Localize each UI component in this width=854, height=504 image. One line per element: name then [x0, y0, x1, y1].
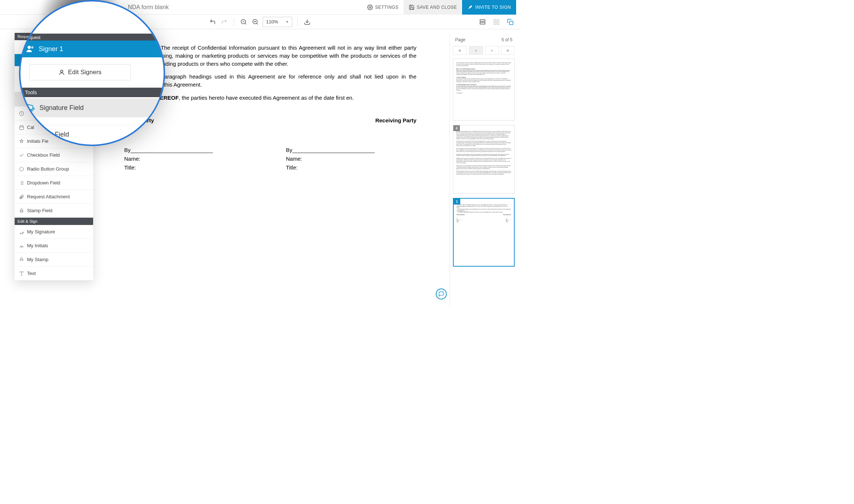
svg-rect-11	[494, 19, 496, 21]
lens-signer-label: Signer 1	[39, 45, 63, 53]
clause-h-text: Paragraph headings used in this Agreemen…	[124, 73, 416, 88]
document-title: NDA form blank	[128, 4, 169, 11]
sidebar-text-label: Text	[27, 271, 36, 276]
svg-rect-12	[497, 19, 499, 21]
feather-icon	[467, 4, 473, 10]
svg-point-32	[31, 46, 34, 49]
undo-icon	[209, 19, 216, 25]
pages-panel-button[interactable]	[506, 18, 515, 26]
signature-field-tool[interactable]: Signature Field	[20, 98, 164, 117]
thumbnail-nav: « ‹ › »	[453, 46, 515, 55]
calendar-icon	[19, 125, 24, 130]
svg-point-33	[61, 70, 63, 72]
page-next-button[interactable]: ›	[485, 46, 499, 55]
stamp-icon	[19, 208, 24, 213]
page-label: Page	[455, 37, 465, 42]
edit-signers-button[interactable]: Edit Signers	[29, 64, 131, 80]
thumb-4-number: 4	[453, 125, 460, 131]
svg-point-31	[27, 46, 31, 49]
chevron-down-icon: ▼	[286, 20, 289, 24]
paperclip-icon	[19, 194, 24, 199]
svg-line-5	[257, 23, 258, 24]
settings-button[interactable]: SETTINGS	[362, 0, 404, 15]
grid-view-button[interactable]	[492, 18, 501, 26]
stamp2-icon	[19, 257, 24, 262]
svg-rect-13	[494, 22, 496, 24]
sidebar-stamp-label: Stamp Field	[27, 208, 52, 213]
page-count: 5 of 5	[502, 37, 512, 42]
sidebar-item-checkbox-field[interactable]: Checkbox Field	[15, 148, 93, 162]
sidebar-cal-label: Cal	[27, 125, 34, 130]
sidebar-checkbox-label: Checkbox Field	[27, 152, 60, 158]
page-thumbnail-5[interactable]: 5 (g) The receipt of Confidential Inform…	[453, 198, 515, 267]
zoom-dropdown[interactable]: 110% ▼	[263, 17, 292, 27]
sidebar-myinitials-label: My Initials	[27, 243, 48, 248]
save-close-button[interactable]: SAVE AND CLOSE	[404, 0, 462, 15]
sidebar-item-text[interactable]: Text	[15, 267, 93, 280]
chat-help-button[interactable]	[436, 289, 447, 299]
user-icon	[58, 69, 65, 76]
download-icon	[304, 19, 310, 25]
thumb-5-number: 5	[454, 199, 460, 205]
page-first-button[interactable]: «	[453, 46, 467, 55]
sidebar-initials-label: Initials Fie	[27, 138, 49, 144]
signature-block-disclosing: By___________________________ Name: Titl…	[124, 146, 213, 172]
sidebar-item-dropdown-field[interactable]: Dropdown Field	[15, 176, 93, 190]
invite-to-sign-button[interactable]: INVITE TO SIGN	[462, 0, 516, 15]
gear-icon	[367, 4, 373, 10]
download-button[interactable]	[303, 18, 312, 26]
svg-point-21	[20, 167, 24, 171]
name-label-1: Name:	[124, 155, 213, 163]
receiving-party-label: Receiving Party	[375, 117, 416, 125]
sidebar-mysig-label: My Signature	[27, 229, 55, 234]
check-icon	[19, 153, 24, 158]
save-label: SAVE AND CLOSE	[417, 5, 457, 10]
save-icon	[409, 4, 415, 10]
page-thumbnail-panel: Page 5 of 5 « ‹ › » Lorem ipsum dolor si…	[450, 33, 518, 307]
radio-icon	[19, 167, 24, 172]
initials2-icon	[19, 243, 24, 248]
sidebar-section-edit: Edit & Sign	[15, 218, 93, 225]
title-label-1: Title:	[124, 164, 213, 172]
zoom-in-button[interactable]	[251, 18, 260, 26]
lens-signer-row[interactable]: Signer 1	[20, 41, 164, 57]
sidebar-item-attachment[interactable]: Request Attachment	[15, 190, 93, 204]
edit-signers-label: Edit Signers	[68, 69, 102, 76]
lens-tools-header: Tools	[20, 88, 164, 97]
chat-icon	[438, 291, 444, 297]
sidebar-item-my-signature[interactable]: My Signature	[15, 225, 93, 239]
sidebar-mystamp-label: My Stamp	[27, 257, 49, 262]
sidebar-item-my-stamp[interactable]: My Stamp	[15, 253, 93, 267]
users-icon	[26, 44, 35, 54]
sidebar-item-my-initials[interactable]: My Initials	[15, 239, 93, 253]
page-thumbnail-3[interactable]: Lorem ipsum dolor sit amet consectetur a…	[453, 58, 515, 121]
layout-icon	[479, 19, 486, 25]
zoom-out-button[interactable]	[239, 18, 248, 26]
sidebar-item-radio-group[interactable]: Radio Button Group	[15, 162, 93, 176]
zoom-value: 110%	[266, 19, 278, 24]
grid-icon	[493, 19, 500, 25]
zoom-in-icon	[252, 19, 259, 25]
name-label-2: Name:	[286, 155, 375, 163]
settings-label: SETTINGS	[375, 5, 399, 10]
view-mode-button[interactable]	[478, 18, 487, 26]
svg-point-0	[369, 7, 371, 8]
page-prev-button[interactable]: ‹	[469, 46, 483, 55]
sidebar-radio-label: Radio Button Group	[27, 166, 69, 172]
redo-button[interactable]	[220, 18, 229, 26]
magnifier-lens: Request Signer 1 Edit Signers Tools Sign…	[19, 0, 165, 146]
sidebar-item-stamp-field[interactable]: Stamp Field	[15, 204, 93, 218]
title-label-2: Title:	[286, 164, 375, 172]
svg-rect-15	[510, 21, 513, 24]
list-icon	[19, 180, 24, 186]
page-last-button[interactable]: »	[501, 46, 515, 55]
signature-icon	[19, 229, 24, 234]
undo-button[interactable]	[208, 18, 217, 26]
zoom-out-icon	[240, 19, 247, 25]
sigfield-label: Signature Field	[39, 104, 84, 112]
by-label-2: By	[286, 147, 293, 153]
page-thumbnail-4[interactable]: 4 Each party acknowledges that the confi…	[453, 125, 515, 194]
svg-rect-14	[497, 22, 499, 24]
svg-rect-10	[480, 22, 485, 24]
copy-icon	[507, 19, 514, 25]
